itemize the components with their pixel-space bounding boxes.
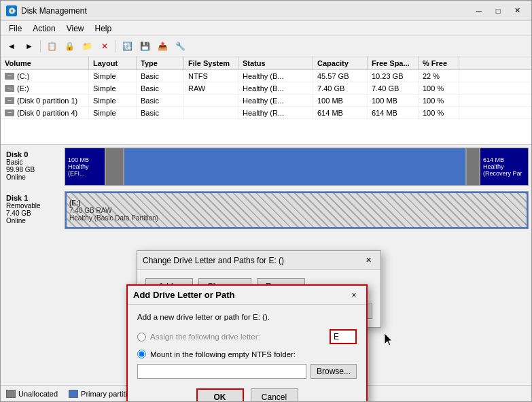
cell-capacity-3: 614 MB <box>313 107 368 118</box>
radio-ntfs-folder-label: Mount in the following empty NTFS folder… <box>150 350 296 358</box>
disk0-label: Disk 0 Basic 99.98 GB Online <box>3 148 65 188</box>
cell-status-3: Healthy (R... <box>238 107 313 118</box>
col-header-fs: File System <box>184 56 238 69</box>
drive-letter-input[interactable] <box>330 329 357 344</box>
disk0-partition-unalloc1[interactable] <box>106 148 124 185</box>
title-bar-controls: ─ □ ✕ <box>470 4 526 18</box>
table-row[interactable]: (C:) Simple Basic NTFS Healthy (B... 45.… <box>1 70 531 82</box>
disk0-partition-recovery[interactable]: 614 MB Healthy (Recovery Par <box>480 148 528 185</box>
col-header-pctfree: % Free <box>419 56 459 69</box>
legend-primary-box <box>69 390 78 398</box>
toolbar-forward[interactable]: ► <box>21 39 37 54</box>
cell-volume-1: (E:) <box>1 82 89 94</box>
toolbar-refresh[interactable]: 🔃 <box>119 39 135 54</box>
radio-drive-letter[interactable] <box>137 333 146 341</box>
cell-pct-1: 100 % <box>419 82 459 94</box>
cell-volume-0: (C:) <box>1 70 89 82</box>
toolbar-back[interactable]: ◄ <box>3 39 20 54</box>
cell-pct-0: 22 % <box>419 70 459 82</box>
separator-2 <box>116 40 116 52</box>
disk0-row: Disk 0 Basic 99.98 GB Online 100 MB Heal… <box>3 148 529 188</box>
folder-path-input[interactable] <box>137 364 306 379</box>
disk-area: Disk 0 Basic 99.98 GB Online 100 MB Heal… <box>1 145 531 401</box>
radio-ntfs-folder[interactable] <box>137 350 146 358</box>
toolbar-save[interactable]: 💾 <box>137 39 153 54</box>
radio-row-folder: Mount in the following empty NTFS folder… <box>137 350 357 358</box>
disk1-partition-e[interactable]: (E:) 7.40 GB RAW Healthy (Basic Data Par… <box>65 192 528 229</box>
disk0-partition-unalloc2[interactable] <box>467 148 480 185</box>
add-drive-cancel-button[interactable]: Cancel <box>251 388 298 401</box>
legend-primary: Primary partition <box>69 390 135 398</box>
close-button[interactable]: ✕ <box>508 4 526 18</box>
separator-1 <box>40 40 41 52</box>
cell-pct-2: 100 % <box>419 95 459 106</box>
cell-layout-0: Simple <box>89 70 137 82</box>
menu-view[interactable]: View <box>61 22 90 35</box>
add-drive-description: Add a new drive letter or path for E: ()… <box>137 313 357 321</box>
drive-icon-2 <box>5 97 14 104</box>
add-drive-dialog: Add Drive Letter or Path × Add a new dri… <box>126 284 368 401</box>
add-drive-title: Add Drive Letter or Path <box>133 290 347 300</box>
change-drive-close[interactable]: ✕ <box>361 254 375 267</box>
minimize-button[interactable]: ─ <box>470 4 488 18</box>
browse-button[interactable]: Browse... <box>311 364 357 379</box>
disk1-partition-status: Healthy (Basic Data Partition) <box>69 214 158 222</box>
cell-pct-3: 100 % <box>419 107 459 118</box>
disk1-partition-size: 7.40 GB RAW <box>69 207 111 214</box>
col-header-layout: Layout <box>89 56 137 69</box>
radio-row-letter: Assign the following drive letter: <box>137 329 357 344</box>
title-bar: 💽 Disk Management ─ □ ✕ <box>1 1 531 21</box>
toolbar-export[interactable]: 📤 <box>154 39 171 54</box>
add-drive-actions: OK Cancel <box>137 388 357 401</box>
table-row[interactable]: (Disk 0 partition 1) Simple Basic Health… <box>1 95 531 107</box>
mouse-cursor <box>385 333 395 347</box>
col-header-status: Status <box>238 56 313 69</box>
add-drive-close[interactable]: × <box>347 289 361 301</box>
cell-capacity-2: 100 MB <box>313 95 368 106</box>
toolbar-folder[interactable]: 📁 <box>79 39 95 54</box>
disk1-name: Disk 1 <box>6 194 62 202</box>
col-header-capacity: Capacity <box>313 56 368 69</box>
table-row[interactable]: (E:) Simple Basic RAW Healthy (B... 7.40… <box>1 82 531 95</box>
cell-free-2: 100 MB <box>368 95 419 106</box>
cell-status-1: Healthy (B... <box>238 82 313 94</box>
toolbar: ◄ ► 📋 🔒 📁 ✕ 🔃 💾 📤 🔧 <box>1 36 531 56</box>
menu-help[interactable]: Help <box>90 22 118 35</box>
disk1-label: Disk 1 Removable 7.40 GB Online <box>3 191 65 232</box>
drive-letter-wrapper <box>330 329 357 344</box>
folder-row: Browse... <box>137 364 357 379</box>
cell-status-0: Healthy (B... <box>238 70 313 82</box>
disk1-partitions: (E:) 7.40 GB RAW Healthy (Basic Data Par… <box>65 191 529 229</box>
cell-layout-2: Simple <box>89 95 137 106</box>
drive-icon-3 <box>5 110 14 116</box>
cell-fs-2 <box>184 95 238 106</box>
maximize-button[interactable]: □ <box>489 4 507 18</box>
legend-unallocated: Unallocated <box>6 390 58 398</box>
cell-capacity-1: 7.40 GB <box>313 82 368 94</box>
col-header-volume: Volume <box>1 56 89 69</box>
disk0-partitions: 100 MB Healthy (EFI... 614 MB Healthy (R… <box>65 148 529 186</box>
cell-type-3: Basic <box>137 107 184 118</box>
menu-action[interactable]: Action <box>27 22 60 35</box>
main-window: 💽 Disk Management ─ □ ✕ File Action View… <box>0 0 532 402</box>
toolbar-properties[interactable]: 📋 <box>43 39 60 54</box>
table-row[interactable]: (Disk 0 partition 4) Simple Basic Health… <box>1 107 531 119</box>
cell-free-1: 7.40 GB <box>368 82 419 94</box>
add-drive-ok-button[interactable]: OK <box>196 388 244 401</box>
menu-file[interactable]: File <box>3 22 27 35</box>
toolbar-lock[interactable]: 🔒 <box>61 39 77 54</box>
disk0-partition-c[interactable] <box>124 148 466 185</box>
table-area: Volume Layout Type File System Status Ca… <box>1 56 531 145</box>
cell-type-2: Basic <box>137 95 184 106</box>
col-header-type: Type <box>137 56 184 69</box>
change-drive-title: Change Drive Letter and Paths for E: () <box>143 256 361 265</box>
toolbar-settings[interactable]: 🔧 <box>172 39 188 54</box>
add-drive-body: Add a new drive letter or path for E: ()… <box>128 305 366 401</box>
disk0-partition-efi[interactable]: 100 MB Healthy (EFI... <box>65 148 106 185</box>
cell-type-1: Basic <box>137 82 184 94</box>
cell-capacity-0: 45.57 GB <box>313 70 368 82</box>
table-header: Volume Layout Type File System Status Ca… <box>1 56 531 70</box>
toolbar-delete[interactable]: ✕ <box>96 39 113 54</box>
radio-drive-letter-label: Assign the following drive letter: <box>150 333 260 341</box>
disk0-status: Online <box>6 173 62 181</box>
